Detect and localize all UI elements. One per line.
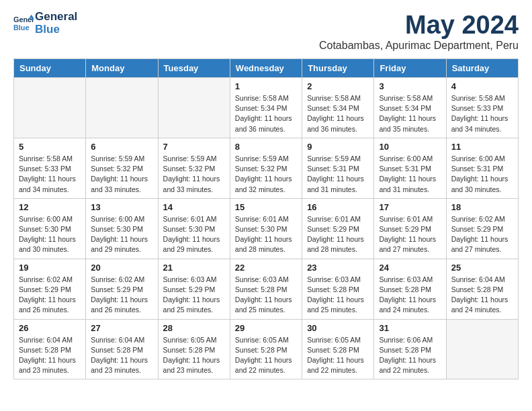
calendar-cell-w1d5: 2Sunrise: 5:58 AM Sunset: 5:34 PM Daylig… <box>302 78 374 138</box>
day-number: 31 <box>379 323 441 333</box>
calendar-cell-w5d2: 27Sunrise: 6:04 AM Sunset: 5:28 PM Dayli… <box>86 319 158 379</box>
logo-line1: General <box>35 11 77 24</box>
day-number: 23 <box>307 263 369 273</box>
calendar-week-row-2: 5Sunrise: 5:58 AM Sunset: 5:33 PM Daylig… <box>14 138 519 198</box>
calendar-cell-w1d3 <box>158 78 230 138</box>
day-number: 27 <box>91 323 152 333</box>
calendar-table: Sunday Monday Tuesday Wednesday Thursday… <box>13 58 519 379</box>
day-info: Sunrise: 6:05 AM Sunset: 5:28 PM Dayligh… <box>307 335 369 376</box>
logo-icon: General Blue <box>13 13 34 34</box>
day-info: Sunrise: 6:05 AM Sunset: 5:28 PM Dayligh… <box>163 335 225 376</box>
day-number: 14 <box>163 202 225 212</box>
calendar-cell-w2d3: 7Sunrise: 5:59 AM Sunset: 5:32 PM Daylig… <box>158 138 230 198</box>
day-number: 29 <box>235 323 297 333</box>
day-info: Sunrise: 6:00 AM Sunset: 5:30 PM Dayligh… <box>19 214 81 255</box>
calendar-cell-w2d2: 6Sunrise: 5:59 AM Sunset: 5:32 PM Daylig… <box>86 138 158 198</box>
day-number: 30 <box>307 323 369 333</box>
calendar-cell-w3d6: 17Sunrise: 6:01 AM Sunset: 5:29 PM Dayli… <box>374 198 446 259</box>
calendar-cell-w3d5: 16Sunrise: 6:01 AM Sunset: 5:29 PM Dayli… <box>302 198 374 259</box>
day-number: 4 <box>451 81 513 91</box>
day-info: Sunrise: 5:59 AM Sunset: 5:32 PM Dayligh… <box>91 154 152 195</box>
day-number: 16 <box>307 202 369 212</box>
day-info: Sunrise: 5:58 AM Sunset: 5:34 PM Dayligh… <box>307 93 369 134</box>
day-number: 10 <box>379 142 441 152</box>
day-info: Sunrise: 6:01 AM Sunset: 5:30 PM Dayligh… <box>235 214 297 255</box>
calendar-cell-w2d7: 11Sunrise: 6:00 AM Sunset: 5:31 PM Dayli… <box>446 138 518 198</box>
day-info: Sunrise: 5:58 AM Sunset: 5:33 PM Dayligh… <box>19 154 81 195</box>
header-friday: Friday <box>374 59 446 78</box>
calendar-cell-w2d5: 9Sunrise: 5:59 AM Sunset: 5:31 PM Daylig… <box>302 138 374 198</box>
day-info: Sunrise: 5:59 AM Sunset: 5:32 PM Dayligh… <box>235 154 297 195</box>
calendar-cell-w5d1: 26Sunrise: 6:04 AM Sunset: 5:28 PM Dayli… <box>14 319 86 379</box>
day-info: Sunrise: 5:58 AM Sunset: 5:34 PM Dayligh… <box>379 93 441 134</box>
calendar-cell-w2d1: 5Sunrise: 5:58 AM Sunset: 5:33 PM Daylig… <box>14 138 86 198</box>
day-info: Sunrise: 6:01 AM Sunset: 5:29 PM Dayligh… <box>307 214 369 255</box>
day-info: Sunrise: 6:03 AM Sunset: 5:28 PM Dayligh… <box>379 275 441 316</box>
calendar-cell-w4d3: 21Sunrise: 6:03 AM Sunset: 5:29 PM Dayli… <box>158 259 230 319</box>
header-saturday: Saturday <box>446 59 518 78</box>
calendar-week-row-1: 1Sunrise: 5:58 AM Sunset: 5:34 PM Daylig… <box>14 78 519 138</box>
calendar-cell-w1d6: 3Sunrise: 5:58 AM Sunset: 5:34 PM Daylig… <box>374 78 446 138</box>
header-wednesday: Wednesday <box>230 59 302 78</box>
calendar-cell-w4d6: 24Sunrise: 6:03 AM Sunset: 5:28 PM Dayli… <box>374 259 446 319</box>
calendar-cell-w5d6: 31Sunrise: 6:06 AM Sunset: 5:28 PM Dayli… <box>374 319 446 379</box>
calendar-cell-w4d5: 23Sunrise: 6:03 AM Sunset: 5:28 PM Dayli… <box>302 259 374 319</box>
main-title: May 2024 <box>319 11 519 40</box>
calendar-cell-w1d4: 1Sunrise: 5:58 AM Sunset: 5:34 PM Daylig… <box>230 78 302 138</box>
calendar-cell-w5d7 <box>446 319 518 379</box>
logo: General Blue General Blue <box>13 11 77 36</box>
day-info: Sunrise: 6:03 AM Sunset: 5:29 PM Dayligh… <box>163 275 225 316</box>
calendar-cell-w4d2: 20Sunrise: 6:02 AM Sunset: 5:29 PM Dayli… <box>86 259 158 319</box>
day-info: Sunrise: 6:02 AM Sunset: 5:29 PM Dayligh… <box>451 214 513 255</box>
calendar-cell-w1d2 <box>86 78 158 138</box>
day-number: 3 <box>379 81 441 91</box>
calendar-cell-w3d7: 18Sunrise: 6:02 AM Sunset: 5:29 PM Dayli… <box>446 198 518 259</box>
header-thursday: Thursday <box>302 59 374 78</box>
calendar-cell-w5d5: 30Sunrise: 6:05 AM Sunset: 5:28 PM Dayli… <box>302 319 374 379</box>
day-number: 18 <box>451 202 513 212</box>
title-section: May 2024 Cotabambas, Apurimac Department… <box>319 11 519 52</box>
day-info: Sunrise: 6:05 AM Sunset: 5:28 PM Dayligh… <box>235 335 297 376</box>
day-number: 6 <box>91 142 152 152</box>
calendar-week-row-3: 12Sunrise: 6:00 AM Sunset: 5:30 PM Dayli… <box>14 198 519 259</box>
calendar-week-row-4: 19Sunrise: 6:02 AM Sunset: 5:29 PM Dayli… <box>14 259 519 319</box>
day-info: Sunrise: 6:02 AM Sunset: 5:29 PM Dayligh… <box>91 275 152 316</box>
day-number: 12 <box>19 202 81 212</box>
day-number: 11 <box>451 142 513 152</box>
logo-line2: Blue <box>35 24 77 36</box>
day-info: Sunrise: 6:03 AM Sunset: 5:28 PM Dayligh… <box>235 275 297 316</box>
day-info: Sunrise: 5:59 AM Sunset: 5:32 PM Dayligh… <box>163 154 225 195</box>
day-number: 19 <box>19 263 81 273</box>
calendar-week-row-5: 26Sunrise: 6:04 AM Sunset: 5:28 PM Dayli… <box>14 319 519 379</box>
calendar-cell-w3d1: 12Sunrise: 6:00 AM Sunset: 5:30 PM Dayli… <box>14 198 86 259</box>
day-number: 7 <box>163 142 225 152</box>
header-sunday: Sunday <box>14 59 86 78</box>
page-container: General Blue General Blue May 2024 Cotab… <box>0 0 532 390</box>
day-number: 25 <box>451 263 513 273</box>
day-info: Sunrise: 6:04 AM Sunset: 5:28 PM Dayligh… <box>91 335 152 376</box>
day-number: 9 <box>307 142 369 152</box>
day-info: Sunrise: 6:00 AM Sunset: 5:30 PM Dayligh… <box>91 214 152 255</box>
day-info: Sunrise: 5:59 AM Sunset: 5:31 PM Dayligh… <box>307 154 369 195</box>
day-info: Sunrise: 5:58 AM Sunset: 5:34 PM Dayligh… <box>235 93 297 134</box>
day-number: 20 <box>91 263 152 273</box>
day-number: 22 <box>235 263 297 273</box>
calendar-cell-w2d4: 8Sunrise: 5:59 AM Sunset: 5:32 PM Daylig… <box>230 138 302 198</box>
day-info: Sunrise: 6:04 AM Sunset: 5:28 PM Dayligh… <box>19 335 81 376</box>
day-number: 15 <box>235 202 297 212</box>
day-info: Sunrise: 6:01 AM Sunset: 5:29 PM Dayligh… <box>379 214 441 255</box>
header-monday: Monday <box>86 59 158 78</box>
day-info: Sunrise: 5:58 AM Sunset: 5:33 PM Dayligh… <box>451 93 513 134</box>
day-number: 5 <box>19 142 81 152</box>
day-number: 24 <box>379 263 441 273</box>
calendar-cell-w3d3: 14Sunrise: 6:01 AM Sunset: 5:30 PM Dayli… <box>158 198 230 259</box>
header: General Blue General Blue May 2024 Cotab… <box>13 11 519 52</box>
calendar-cell-w5d4: 29Sunrise: 6:05 AM Sunset: 5:28 PM Dayli… <box>230 319 302 379</box>
day-number: 26 <box>19 323 81 333</box>
day-info: Sunrise: 6:01 AM Sunset: 5:30 PM Dayligh… <box>163 214 225 255</box>
day-number: 8 <box>235 142 297 152</box>
header-tuesday: Tuesday <box>158 59 230 78</box>
calendar-cell-w4d1: 19Sunrise: 6:02 AM Sunset: 5:29 PM Dayli… <box>14 259 86 319</box>
day-info: Sunrise: 6:00 AM Sunset: 5:31 PM Dayligh… <box>451 154 513 195</box>
calendar-cell-w3d2: 13Sunrise: 6:00 AM Sunset: 5:30 PM Dayli… <box>86 198 158 259</box>
